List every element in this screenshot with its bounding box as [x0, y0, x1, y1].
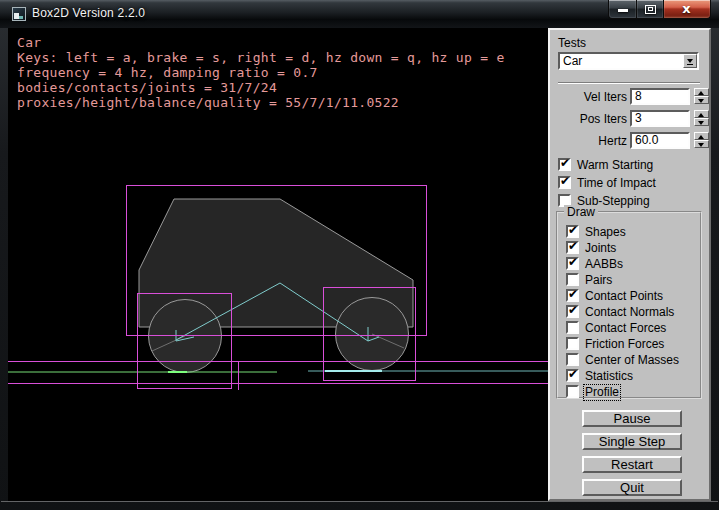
checkbox-statistics[interactable]: ✔ [566, 369, 579, 382]
checkbox-row-statistics: ✔Statistics [566, 369, 679, 382]
dropdown-arrow-button[interactable] [683, 54, 697, 68]
checkbox-row-center-of-masses: Center of Masses [566, 353, 679, 366]
window-border-highlight [1, 501, 718, 502]
single-step-button[interactable]: Single Step [582, 433, 682, 450]
spinner-group: Vel Iters8Pos Iters3Hertz60.0 [550, 89, 713, 155]
checkbox-profile[interactable] [566, 385, 579, 398]
checkbox-row-contact-forces: Contact Forces [566, 321, 679, 334]
checkbox-label[interactable]: Center of Masses [585, 354, 679, 367]
checkbox-label[interactable]: Statistics [585, 370, 633, 383]
checkbox-joints[interactable]: ✔ [566, 241, 579, 254]
minimize-icon [618, 9, 628, 12]
check-mark-icon: ✔ [568, 303, 578, 317]
spinner-down-button[interactable] [694, 118, 709, 126]
close-button[interactable]: x [664, 0, 711, 19]
checkbox-row-pairs: Pairs [566, 273, 679, 286]
checkbox-row-contact-normals: ✔Contact Normals [566, 305, 679, 318]
spinner-label: Hertz [550, 134, 627, 148]
checkbox-row-friction-forces: Friction Forces [566, 337, 679, 350]
spinner-row-pos-iters: Pos Iters3 [550, 111, 713, 125]
checkbox-friction-forces[interactable] [566, 337, 579, 350]
separator [558, 82, 700, 84]
ground-lines [8, 371, 548, 372]
spinner-up-button[interactable] [694, 110, 709, 118]
check-mark-icon: ✔ [568, 287, 578, 301]
spinner-up-button[interactable] [694, 88, 709, 96]
checkbox-warm-starting[interactable]: ✔ [558, 158, 571, 171]
checkbox-label[interactable]: Profile [585, 386, 619, 399]
checkbox-label[interactable]: AABBs [585, 258, 623, 271]
checkbox-label[interactable]: Contact Forces [585, 322, 666, 335]
stats-line: frequency = 4 hz, damping ratio = 0.7 [17, 65, 505, 80]
checkbox-row-joints: ✔Joints [566, 241, 679, 254]
checkbox-label[interactable]: Contact Normals [585, 306, 674, 319]
checkbox-time-of-impact[interactable]: ✔ [558, 176, 571, 189]
check-mark-icon: ✔ [560, 174, 570, 188]
tests-dropdown[interactable]: Car [558, 52, 699, 70]
checkbox-row-shapes: ✔Shapes [566, 225, 679, 238]
control-panel: Tests Car Vel Iters8Pos Iters3Hertz60.0 … [548, 28, 711, 501]
triangle-down-icon [698, 99, 704, 103]
spinner-down-button[interactable] [694, 140, 709, 148]
check-mark-icon: ✔ [568, 367, 578, 381]
spinner-row-vel-iters: Vel Iters8 [550, 89, 713, 103]
app-icon [12, 7, 26, 21]
checkbox-row-profile: Profile [566, 385, 679, 398]
maximize-icon [645, 5, 656, 14]
draw-group-title: Draw [564, 205, 598, 219]
restart-button[interactable]: Restart [582, 456, 682, 473]
checkbox-label[interactable]: Shapes [585, 226, 626, 239]
checkbox-label[interactable]: Contact Points [585, 290, 663, 303]
spinner-buttons [694, 88, 709, 104]
check-mark-icon: ✔ [568, 239, 578, 253]
triangle-down-icon [698, 121, 704, 125]
triangle-up-icon [698, 113, 704, 117]
hertz-field[interactable]: 60.0 [630, 132, 690, 149]
checkbox-contact-points[interactable]: ✔ [566, 289, 579, 302]
caption-buttons: x [608, 0, 711, 19]
checkbox-contact-forces[interactable] [566, 321, 579, 334]
quit-button[interactable]: Quit [582, 479, 682, 496]
stats-text: CarKeys: left = a, brake = s, right = d,… [17, 35, 505, 110]
draw-items: ✔Shapes✔Joints✔AABBsPairs✔Contact Points… [566, 225, 679, 401]
spinner-down-button[interactable] [694, 96, 709, 104]
simulation-viewport[interactable]: CarKeys: left = a, brake = s, right = d,… [8, 28, 548, 501]
stats-line: Keys: left = a, brake = s, right = d, hz… [17, 50, 505, 65]
pos-iters-field[interactable]: 3 [630, 110, 690, 127]
spinner-label: Vel Iters [550, 90, 627, 104]
checkbox-label[interactable]: Warm Starting [577, 159, 653, 172]
checkbox-aabbs[interactable]: ✔ [566, 257, 579, 270]
tests-dropdown-value: Car [563, 54, 582, 68]
checkbox-pairs[interactable] [566, 273, 579, 286]
checkbox-label[interactable]: Time of Impact [577, 177, 656, 190]
checkbox-row-contact-points: ✔Contact Points [566, 289, 679, 302]
triangle-down-icon [698, 143, 704, 147]
close-icon: x [664, 1, 709, 16]
checkbox-shapes[interactable]: ✔ [566, 225, 579, 238]
checkbox-row-aabbs: ✔AABBs [566, 257, 679, 270]
vel-iters-field[interactable]: 8 [630, 88, 690, 105]
maximize-button[interactable] [637, 0, 664, 19]
spinner-buttons [694, 132, 709, 148]
title-bar[interactable]: Box2D Version 2.2.0 x [0, 0, 719, 28]
checkbox-label[interactable]: Joints [585, 242, 616, 255]
pause-button[interactable]: Pause [582, 410, 682, 427]
app-window: Box2D Version 2.2.0 x [0, 0, 719, 510]
stats-line: proxies/height/balance/quality = 55/7/1/… [17, 95, 505, 110]
draw-group: Draw ✔Shapes✔Joints✔AABBsPairs✔Contact P… [556, 211, 702, 399]
triangle-up-icon [698, 135, 704, 139]
action-buttons: PauseSingle StepRestartQuit [582, 410, 682, 502]
spinner-up-button[interactable] [694, 132, 709, 140]
check-mark-icon: ✔ [560, 156, 570, 170]
checkbox-label[interactable]: Pairs [585, 274, 612, 287]
spinner-row-hertz: Hertz60.0 [550, 133, 713, 147]
spinner-buttons [694, 110, 709, 126]
checkbox-contact-normals[interactable]: ✔ [566, 305, 579, 318]
checkbox-label[interactable]: Friction Forces [585, 338, 664, 351]
minimize-button[interactable] [608, 0, 637, 19]
check-mark-icon: ✔ [568, 223, 578, 237]
sim-checkboxes: ✔Warm Starting✔Time of ImpactSub-Steppin… [558, 158, 656, 212]
chevron-underline [687, 64, 693, 65]
checkbox-center-of-masses[interactable] [566, 353, 579, 366]
tests-label: Tests [558, 36, 586, 50]
